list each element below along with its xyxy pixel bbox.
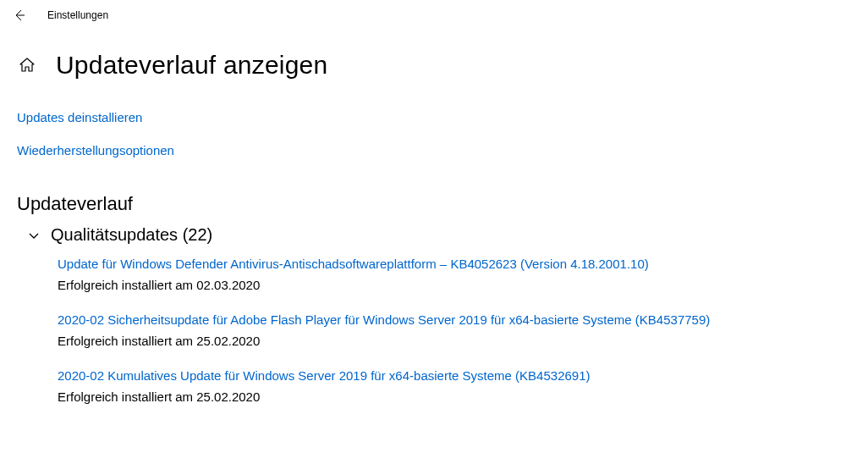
update-status: Erfolgreich installiert am 02.03.2020 [58,278,851,292]
update-link[interactable]: 2020-02 Kumulatives Update für Windows S… [58,368,591,383]
update-link[interactable]: Update für Windows Defender Antivirus-An… [58,257,649,271]
uninstall-updates-link[interactable]: Updates deinstallieren [17,110,142,124]
page-header: Updateverlauf anzeigen [17,51,851,80]
update-status: Erfolgreich installiert am 25.02.2020 [58,334,851,348]
update-item: Update für Windows Defender Antivirus-An… [58,257,851,292]
back-button[interactable] [10,7,27,24]
content-area: Updateverlauf anzeigen Updates deinstall… [0,30,868,404]
update-item: 2020-02 Kumulatives Update für Windows S… [58,368,851,404]
recovery-options-link[interactable]: Wiederherstellungsoptionen [17,143,174,157]
section-heading: Updateverlauf [17,193,851,215]
page-title: Updateverlauf anzeigen [56,51,327,80]
category-label: Qualitätsupdates (22) [51,225,212,245]
back-arrow-icon [12,8,25,22]
update-link[interactable]: 2020-02 Sicherheitsupdate für Adobe Flas… [58,312,710,327]
chevron-down-icon [25,227,42,244]
category-quality-updates[interactable]: Qualitätsupdates (22) [17,225,851,245]
home-button[interactable] [17,55,37,75]
title-bar: Einstellungen [0,0,868,30]
app-title: Einstellungen [47,9,108,21]
update-status: Erfolgreich installiert am 25.02.2020 [58,389,851,404]
home-icon [19,57,36,74]
updates-list: Update für Windows Defender Antivirus-An… [17,257,851,404]
update-item: 2020-02 Sicherheitsupdate für Adobe Flas… [58,312,851,348]
